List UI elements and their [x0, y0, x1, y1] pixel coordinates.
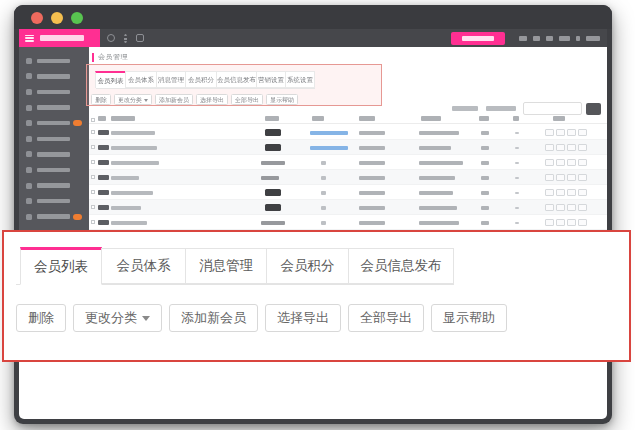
- notification-badge: [73, 214, 82, 220]
- tab-member-system[interactable]: 会员体系: [125, 71, 157, 88]
- tab-member-list[interactable]: 会员列表: [20, 247, 102, 285]
- desktop-background: 会员管理 会员列表 会员体系 消息管理 会员积分 会员信息发布 营销设置 系统设…: [0, 0, 635, 430]
- export-selected-button[interactable]: 选择导出: [196, 94, 228, 105]
- export-selected-button[interactable]: 选择导出: [265, 304, 341, 332]
- export-all-button[interactable]: 全部导出: [231, 94, 263, 105]
- row-actions[interactable]: [545, 159, 587, 166]
- notification-badge: [73, 120, 82, 126]
- refresh-icon[interactable]: [107, 34, 115, 42]
- column-header-redacted: [111, 116, 135, 121]
- logo-text-redacted: [40, 35, 84, 41]
- row-actions[interactable]: [545, 189, 587, 196]
- change-category-button[interactable]: 更改分类: [73, 304, 162, 332]
- table-row[interactable]: [89, 170, 607, 185]
- column-header-redacted: [479, 116, 489, 121]
- column-header-redacted: [312, 116, 324, 121]
- sidebar-item[interactable]: [19, 147, 89, 163]
- member-tabs-small: 会员列表 会员体系 消息管理 会员积分 会员信息发布 营销设置 系统设置: [96, 71, 315, 89]
- row-actions[interactable]: [545, 174, 587, 181]
- nav-icon: [26, 73, 32, 79]
- email-link-redacted[interactable]: [310, 146, 348, 151]
- row-checkbox[interactable]: [91, 205, 95, 209]
- nav-icon: [26, 183, 32, 189]
- nav-icon: [26, 151, 32, 157]
- sidebar-item[interactable]: [19, 178, 89, 194]
- sidebar-nav: [19, 47, 89, 230]
- member-toolbar-small: 删除 更改分类 添加新会员 选择导出 全部导出 显示帮助: [91, 94, 298, 105]
- column-header-redacted: [359, 116, 375, 121]
- tab-system-settings[interactable]: 系统设置: [285, 71, 315, 88]
- app-frame: 会员管理 会员列表 会员体系 消息管理 会员积分 会员信息发布 营销设置 系统设…: [19, 47, 607, 230]
- sidebar-item[interactable]: [19, 69, 89, 85]
- show-help-button[interactable]: 显示帮助: [266, 94, 298, 105]
- row-checkbox[interactable]: [91, 145, 95, 149]
- nav-icon: [26, 105, 32, 111]
- app-logo[interactable]: [19, 29, 100, 47]
- show-help-button[interactable]: 显示帮助: [431, 304, 507, 332]
- topbar-link-redacted[interactable]: [546, 36, 553, 41]
- change-category-button[interactable]: 更改分类: [114, 94, 152, 105]
- topbar-link-redacted[interactable]: [559, 36, 570, 41]
- table-row[interactable]: [89, 140, 607, 155]
- sidebar-item[interactable]: [19, 209, 89, 225]
- tab-message-mgmt[interactable]: 消息管理: [185, 248, 267, 284]
- delete-button[interactable]: 删除: [91, 94, 111, 105]
- sidebar-item[interactable]: [19, 193, 89, 209]
- delete-button[interactable]: 删除: [16, 304, 66, 332]
- row-checkbox[interactable]: [91, 190, 95, 194]
- row-checkbox[interactable]: [91, 130, 95, 134]
- sidebar-item-members[interactable]: [19, 115, 89, 131]
- sidebar-item[interactable]: [19, 84, 89, 100]
- sort-label-redacted: [452, 106, 478, 111]
- email-link-redacted[interactable]: [310, 131, 348, 136]
- upgrade-button[interactable]: [451, 32, 505, 45]
- nav-icon: [26, 136, 32, 142]
- row-checkbox[interactable]: [91, 175, 95, 179]
- window-titlebar: [14, 5, 612, 29]
- zoom-window-button[interactable]: [71, 12, 83, 24]
- tab-member-points[interactable]: 会员积分: [266, 248, 349, 284]
- sidebar-item[interactable]: [19, 131, 89, 147]
- topbar-link-redacted[interactable]: [576, 36, 580, 41]
- title-accent-bar: [92, 53, 94, 62]
- tab-member-system[interactable]: 会员体系: [101, 248, 186, 284]
- nav-icon: [26, 58, 32, 64]
- topbar-link-redacted[interactable]: [519, 36, 527, 41]
- select-all-checkbox[interactable]: [91, 118, 95, 122]
- column-header-redacted: [421, 116, 441, 121]
- table-row[interactable]: [89, 155, 607, 170]
- tab-member-list[interactable]: 会员列表: [95, 71, 126, 88]
- table-row[interactable]: [89, 185, 607, 200]
- tools-icon[interactable]: [136, 34, 144, 42]
- row-checkbox[interactable]: [91, 220, 95, 224]
- more-vertical-icon[interactable]: [124, 34, 127, 43]
- add-member-button[interactable]: 添加新会员: [169, 304, 258, 332]
- app-topbar: [19, 29, 607, 47]
- export-all-button[interactable]: 全部导出: [348, 304, 424, 332]
- tab-message-mgmt[interactable]: 消息管理: [156, 71, 186, 88]
- tab-marketing-settings[interactable]: 营销设置: [256, 71, 286, 88]
- table-row[interactable]: [89, 200, 607, 215]
- close-window-button[interactable]: [31, 12, 43, 24]
- column-header-redacted: [513, 116, 519, 121]
- minimize-window-button[interactable]: [51, 12, 63, 24]
- table-row[interactable]: [89, 125, 607, 140]
- topbar-link-redacted[interactable]: [586, 36, 600, 41]
- tab-member-points[interactable]: 会员积分: [185, 71, 217, 88]
- sidebar-item[interactable]: [19, 53, 89, 69]
- row-actions[interactable]: [545, 129, 587, 136]
- topbar-strip: [100, 29, 607, 47]
- sidebar-item[interactable]: [19, 100, 89, 116]
- row-actions[interactable]: [545, 204, 587, 211]
- topbar-link-redacted[interactable]: [533, 36, 540, 41]
- tab-member-info-publish[interactable]: 会员信息发布: [216, 71, 257, 88]
- tab-member-info-publish[interactable]: 会员信息发布: [348, 248, 454, 284]
- row-actions[interactable]: [545, 219, 587, 226]
- add-member-button[interactable]: 添加新会员: [155, 94, 193, 105]
- column-header-redacted: [98, 116, 106, 121]
- row-actions[interactable]: [545, 144, 587, 151]
- menu-icon[interactable]: [25, 35, 34, 42]
- table-row[interactable]: [89, 215, 607, 230]
- row-checkbox[interactable]: [91, 160, 95, 164]
- sidebar-item[interactable]: [19, 162, 89, 178]
